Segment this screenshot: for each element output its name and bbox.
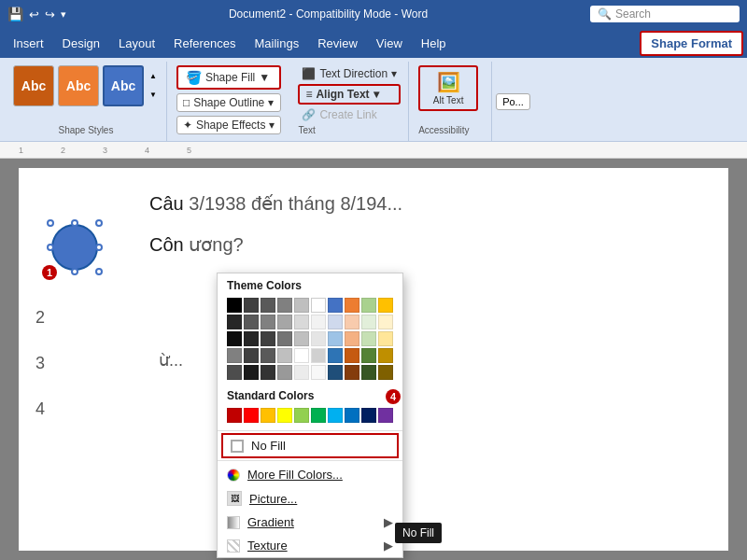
- color-t2-1[interactable]: [227, 315, 242, 329]
- handle-bottom-right[interactable]: [95, 268, 103, 275]
- picture-item[interactable]: 🖼 Picture...: [218, 486, 402, 511]
- handle-middle-right[interactable]: [95, 244, 103, 251]
- color-t3-10[interactable]: [378, 331, 393, 346]
- color-mid-gray[interactable]: [277, 298, 292, 313]
- c52[interactable]: [244, 365, 259, 380]
- color-t3-5[interactable]: [294, 331, 309, 346]
- std-color-1[interactable]: [227, 408, 242, 423]
- save-icon[interactable]: 💾: [7, 7, 23, 21]
- c55[interactable]: [294, 365, 309, 380]
- std-color-8[interactable]: [345, 408, 359, 423]
- color-green[interactable]: [361, 298, 376, 313]
- std-color-2[interactable]: [244, 408, 259, 423]
- c49[interactable]: [361, 348, 376, 363]
- std-color-10[interactable]: [378, 408, 393, 423]
- no-fill-item[interactable]: No Fill: [221, 433, 399, 458]
- menu-help[interactable]: Help: [412, 33, 456, 54]
- menu-design[interactable]: Design: [53, 33, 109, 54]
- color-t3-7[interactable]: [328, 331, 343, 346]
- handle-top-left[interactable]: [47, 219, 54, 227]
- menu-review[interactable]: Review: [308, 33, 367, 54]
- handle-top-middle[interactable]: [71, 219, 78, 227]
- alt-text-btn[interactable]: 🖼️ Alt Text: [418, 65, 478, 111]
- color-t2-3[interactable]: [261, 315, 275, 329]
- c47[interactable]: [328, 348, 343, 363]
- search-bar[interactable]: 🔍 Search: [590, 6, 740, 22]
- color-t3-6[interactable]: [311, 331, 326, 346]
- color-orange[interactable]: [345, 298, 359, 313]
- color-t3-3[interactable]: [261, 331, 275, 346]
- c53[interactable]: [261, 365, 275, 380]
- shape-outline-btn[interactable]: □ Shape Outline ▾: [176, 93, 282, 112]
- redo-icon[interactable]: ↪: [45, 7, 55, 21]
- gradient-item[interactable]: Gradient ▶: [218, 511, 402, 534]
- c58[interactable]: [345, 365, 359, 380]
- shape-style-btn-3[interactable]: Abc: [103, 65, 144, 106]
- color-white[interactable]: [311, 298, 326, 313]
- color-t3-1[interactable]: [227, 331, 242, 346]
- c51[interactable]: [227, 365, 242, 380]
- c56[interactable]: [311, 365, 326, 380]
- menu-insert[interactable]: Insert: [4, 33, 53, 54]
- texture-item[interactable]: Texture ▶: [218, 534, 402, 557]
- std-color-3[interactable]: [261, 408, 275, 423]
- customize-icon[interactable]: ▾: [61, 8, 66, 21]
- pos-btn[interactable]: Po...: [496, 93, 530, 110]
- c44[interactable]: [277, 348, 292, 363]
- c42[interactable]: [244, 348, 259, 363]
- std-color-5[interactable]: [294, 408, 309, 423]
- color-t2-9[interactable]: [361, 315, 376, 329]
- c41[interactable]: [227, 348, 242, 363]
- color-t2-10[interactable]: [378, 315, 393, 329]
- c43[interactable]: [261, 348, 275, 363]
- menu-references[interactable]: References: [164, 33, 245, 54]
- color-t3-4[interactable]: [277, 331, 292, 346]
- color-black[interactable]: [227, 298, 242, 313]
- std-color-7[interactable]: [328, 408, 343, 423]
- std-color-4[interactable]: [277, 408, 292, 423]
- color-t3-9[interactable]: [361, 331, 376, 346]
- handle-middle-left[interactable]: [47, 244, 54, 251]
- c410[interactable]: [378, 348, 393, 363]
- color-t2-7[interactable]: [328, 315, 343, 329]
- selected-shape[interactable]: 1: [47, 219, 103, 275]
- std-color-9[interactable]: [361, 408, 376, 423]
- handle-bottom-middle[interactable]: [71, 268, 78, 275]
- c45[interactable]: [294, 348, 309, 363]
- c57[interactable]: [328, 365, 343, 380]
- c510[interactable]: [378, 365, 393, 380]
- color-t2-4[interactable]: [277, 315, 292, 329]
- handle-top-right[interactable]: [95, 219, 103, 227]
- c59[interactable]: [361, 365, 376, 380]
- shape-fill-button[interactable]: 🪣 Shape Fill ▼: [176, 65, 282, 90]
- color-t2-6[interactable]: [311, 315, 326, 329]
- color-t2-5[interactable]: [294, 315, 309, 329]
- window-controls[interactable]: 💾 ↩ ↪ ▾: [7, 7, 66, 21]
- color-t3-2[interactable]: [244, 331, 259, 346]
- color-t2-2[interactable]: [244, 315, 259, 329]
- shape-style-btn-2[interactable]: Abc: [58, 65, 99, 106]
- color-gold[interactable]: [378, 298, 393, 313]
- color-t2-8[interactable]: [345, 315, 359, 329]
- shape-effects-btn[interactable]: ✦ Shape Effects ▾: [176, 116, 282, 134]
- color-dark-gray[interactable]: [244, 298, 259, 313]
- align-text-btn[interactable]: ≡ Align Text ▾: [298, 84, 401, 105]
- menu-view[interactable]: View: [367, 33, 412, 54]
- color-t3-8[interactable]: [345, 331, 359, 346]
- c46[interactable]: [311, 348, 326, 363]
- menu-mailings[interactable]: Mailings: [246, 33, 309, 54]
- std-color-6[interactable]: [311, 408, 326, 423]
- color-gray[interactable]: [261, 298, 275, 313]
- c54[interactable]: [277, 365, 292, 380]
- create-link-btn[interactable]: 🔗 Create Link: [298, 106, 401, 123]
- color-light-gray[interactable]: [294, 298, 309, 313]
- menu-layout[interactable]: Layout: [109, 33, 164, 54]
- shape-style-btn-1[interactable]: Abc: [13, 65, 54, 106]
- menu-shape-format[interactable]: Shape Format: [640, 31, 743, 56]
- more-fill-colors-item[interactable]: More Fill Colors...: [218, 463, 402, 486]
- undo-icon[interactable]: ↩: [29, 7, 39, 21]
- text-direction-btn[interactable]: ⬛ Text Direction ▾: [298, 65, 401, 82]
- more-styles-btn[interactable]: ▲ ▼: [148, 65, 159, 106]
- color-blue[interactable]: [328, 298, 343, 313]
- c48[interactable]: [345, 348, 359, 363]
